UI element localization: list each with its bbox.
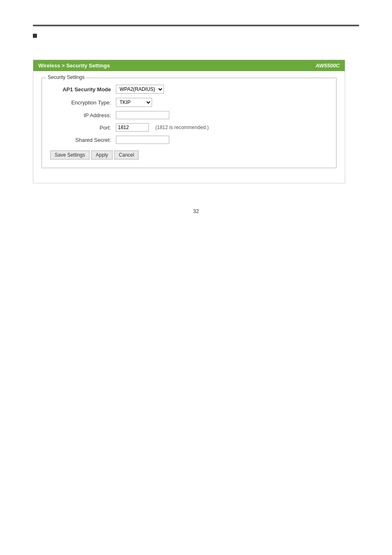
panel-header: Wireless > Security Settings AW5500C: [33, 60, 345, 71]
ip-address-row: IP Address:: [50, 111, 328, 119]
cancel-button[interactable]: Cancel: [114, 150, 138, 160]
ip-address-control: [116, 111, 169, 119]
port-label: Port:: [50, 125, 116, 131]
shared-secret-input[interactable]: [116, 136, 169, 144]
ap1-security-mode-control: WPA2(RADIUS) WPA2 WPA WEP None: [116, 85, 164, 94]
ip-address-input[interactable]: [116, 111, 169, 119]
encryption-type-label: Encryption Type:: [50, 99, 116, 106]
shared-secret-control: [116, 136, 169, 144]
bullet-marker: [33, 34, 37, 38]
button-row: Save Settings Apply Cancel: [50, 150, 328, 160]
section-legend: Security Settings: [46, 74, 86, 80]
ap1-security-mode-label: AP1 Security Mode: [50, 86, 116, 92]
save-settings-button[interactable]: Save Settings: [50, 150, 90, 160]
shared-secret-label: Shared Secret:: [50, 137, 116, 143]
panel-title: Wireless > Security Settings: [38, 62, 110, 69]
encryption-type-control: TKIP AES TKIP+AES: [116, 98, 152, 107]
port-row: Port: (1812 is recommended.): [50, 123, 328, 132]
apply-button[interactable]: Apply: [91, 150, 113, 160]
panel: Wireless > Security Settings AW5500C Sec…: [33, 60, 345, 183]
panel-body: Security Settings AP1 Security Mode WPA2…: [33, 71, 345, 183]
ap1-security-mode-row: AP1 Security Mode WPA2(RADIUS) WPA2 WPA …: [50, 85, 328, 94]
port-hint: (1812 is recommended.): [155, 125, 209, 130]
port-input[interactable]: [116, 123, 149, 132]
page-number: 32: [33, 208, 359, 214]
security-settings-section: Security Settings AP1 Security Mode WPA2…: [42, 78, 337, 168]
shared-secret-row: Shared Secret:: [50, 136, 328, 144]
ap1-security-mode-select[interactable]: WPA2(RADIUS) WPA2 WPA WEP None: [116, 85, 164, 94]
top-rule: [33, 25, 359, 26]
port-control: (1812 is recommended.): [116, 123, 209, 132]
encryption-type-row: Encryption Type: TKIP AES TKIP+AES: [50, 98, 328, 107]
encryption-type-select[interactable]: TKIP AES TKIP+AES: [116, 98, 152, 107]
panel-device: AW5500C: [316, 62, 340, 69]
ip-address-label: IP Address:: [50, 112, 116, 118]
